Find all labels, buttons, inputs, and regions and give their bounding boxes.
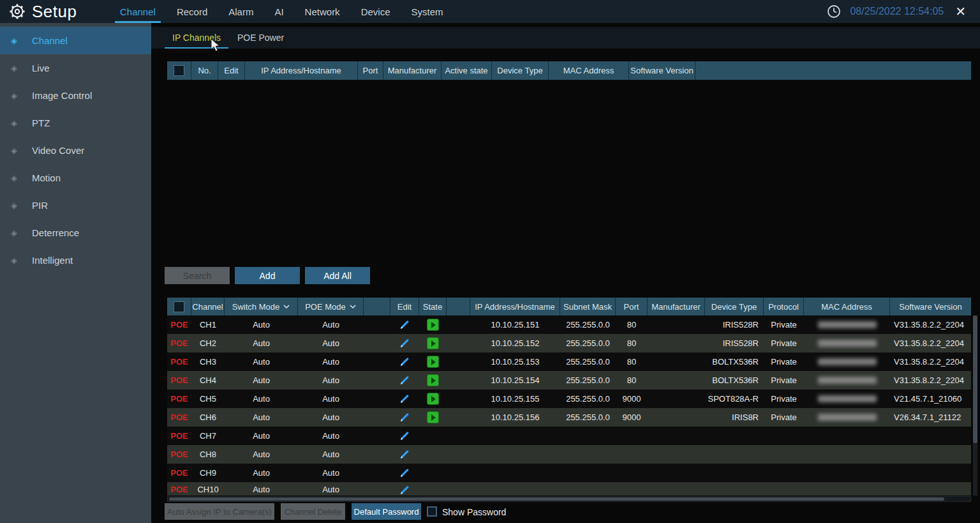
sidebar-item-video-cover[interactable]: ◈ Video Cover [0, 137, 151, 164]
edit-button[interactable] [390, 390, 419, 408]
sidebar-item-label: Video Cover [32, 145, 84, 156]
image-control-icon: ◈ [10, 91, 19, 100]
edit-button[interactable] [390, 408, 419, 427]
mac-cell [804, 390, 890, 408]
poe-mode-cell: Auto [298, 390, 364, 408]
sidebar-item-channel[interactable]: ◈ Channel [0, 27, 151, 54]
sidebar-item-ptz[interactable]: ◈ PTZ [0, 109, 151, 137]
blank-cell [364, 390, 390, 408]
channel-row-ch8[interactable]: POECH8AutoAuto [167, 445, 971, 464]
subnet-mask-cell [560, 427, 616, 445]
blank-cell [447, 427, 470, 445]
col-protocol: Protocol [764, 298, 804, 315]
app-title: Setup [32, 2, 77, 22]
menu-channel[interactable]: Channel [119, 1, 157, 23]
mac-address-redacted [818, 414, 877, 421]
horizontal-scrollbar-thumb[interactable] [169, 497, 944, 501]
main-menu: Channel Record Alarm AI Network Device S… [119, 1, 445, 23]
menu-record[interactable]: Record [175, 1, 209, 23]
edit-pencil-icon [399, 485, 410, 496]
select-all-checkbox[interactable] [174, 65, 184, 76]
poe-cell: POE [167, 464, 191, 482]
channel-row-ch10[interactable]: POECH10AutoAuto [167, 482, 971, 496]
state-connected-icon[interactable] [427, 374, 439, 386]
state-connected-icon[interactable] [427, 337, 439, 349]
sidebar-item-image-control[interactable]: ◈ Image Control [0, 82, 151, 109]
menu-system[interactable]: System [410, 1, 444, 23]
channel-row-ch1[interactable]: POECH1AutoAuto10.10.25.151255.255.0.080I… [167, 315, 971, 334]
subnet-mask-cell: 255.255.0.0 [560, 334, 616, 352]
default-password-button[interactable]: Default Password [352, 503, 421, 520]
tab-poe-power[interactable]: POE Power [237, 27, 284, 48]
blank-cell [447, 464, 470, 482]
manufacturer-cell [648, 464, 705, 482]
auto-assign-ip-button[interactable]: Auto Assign IP to Camera(s) [165, 503, 274, 520]
device-type-cell: BOLTX536R [705, 371, 764, 390]
channel-row-ch3[interactable]: POECH3AutoAuto10.10.25.153255.255.0.080B… [167, 352, 971, 371]
search-button[interactable]: Search [165, 267, 230, 284]
poe-cell: POE [167, 352, 191, 371]
edit-button[interactable] [390, 427, 419, 445]
software-version-cell [890, 464, 971, 482]
channel-row-ch5[interactable]: POECH5AutoAuto10.10.25.155255.255.0.0900… [167, 390, 971, 408]
add-button[interactable]: Add [235, 267, 300, 284]
edit-button[interactable] [390, 485, 419, 496]
col-channel: Channel [191, 298, 225, 315]
col-switch-mode[interactable]: Switch Mode [225, 298, 298, 315]
col-port: Port [616, 298, 648, 315]
mac-address-redacted [818, 321, 877, 328]
col-software: Software Version [890, 298, 971, 315]
select-all-checkbox[interactable] [174, 301, 184, 312]
sidebar-item-intelligent[interactable]: ◈ Intelligent [0, 246, 151, 274]
manufacturer-cell [648, 445, 705, 464]
port-cell: 9000 [616, 408, 648, 427]
edit-pencil-icon [399, 412, 410, 423]
state-connected-icon[interactable] [427, 356, 439, 368]
channel-row-ch7[interactable]: POECH7AutoAuto [167, 427, 971, 445]
poe-mode-cell: Auto [298, 408, 364, 427]
channel-row-ch9[interactable]: POECH9AutoAuto [167, 464, 971, 482]
state-connected-icon[interactable] [427, 411, 439, 423]
sidebar-item-label: PIR [32, 200, 48, 211]
poe-cell: POE [167, 371, 191, 390]
sidebar-item-live[interactable]: ◈ Live [0, 54, 151, 82]
switch-mode-cell: Auto [225, 334, 298, 352]
edit-button[interactable] [390, 315, 419, 334]
edit-button[interactable] [390, 445, 419, 464]
content-area: IP Channels POE Power No. Edit IP Addres… [151, 23, 980, 523]
sidebar-item-motion[interactable]: ◈ Motion [0, 164, 151, 192]
edit-button[interactable] [390, 371, 419, 390]
software-version-cell: V26.34.7.1_21122 [890, 408, 971, 427]
close-icon[interactable]: ✕ [953, 4, 969, 19]
channel-row-ch2[interactable]: POECH2AutoAuto10.10.25.152255.255.0.080I… [167, 334, 971, 352]
col-mac: MAC Address [804, 298, 890, 315]
edit-button[interactable] [390, 334, 419, 352]
blank-cell [804, 427, 890, 445]
channel-delete-button[interactable]: Channel Delete [281, 503, 345, 520]
vertical-scrollbar-thumb[interactable] [973, 315, 977, 443]
sidebar-item-pir[interactable]: ◈ PIR [0, 192, 151, 219]
menu-network[interactable]: Network [304, 1, 341, 23]
edit-button[interactable] [390, 464, 419, 482]
state-connected-icon[interactable] [427, 393, 439, 405]
menu-device[interactable]: Device [360, 1, 392, 23]
pir-icon: ◈ [10, 201, 19, 210]
mac-address-redacted [818, 395, 877, 402]
poe-cell: POE [167, 485, 191, 494]
edit-button[interactable] [390, 352, 419, 371]
channel-row-ch4[interactable]: POECH4AutoAuto10.10.25.154255.255.0.080B… [167, 371, 971, 390]
ptz-icon: ◈ [10, 118, 19, 128]
menu-ai[interactable]: AI [273, 1, 285, 23]
vertical-scrollbar[interactable] [973, 315, 977, 496]
state-connected-icon[interactable] [427, 319, 439, 331]
channel-cell: CH9 [191, 464, 225, 482]
protocol-cell: Private [764, 352, 804, 371]
channel-row-ch6[interactable]: POECH6AutoAuto10.10.25.156255.255.0.0900… [167, 408, 971, 427]
app-logo: Setup [0, 2, 105, 22]
horizontal-scrollbar[interactable] [167, 496, 971, 502]
sidebar-item-deterrence[interactable]: ◈ Deterrence [0, 219, 151, 246]
add-all-button[interactable]: Add All [305, 267, 370, 284]
menu-alarm[interactable]: Alarm [227, 1, 255, 23]
show-password-checkbox[interactable] [427, 506, 437, 517]
col-poe-mode[interactable]: POE Mode [298, 298, 364, 315]
